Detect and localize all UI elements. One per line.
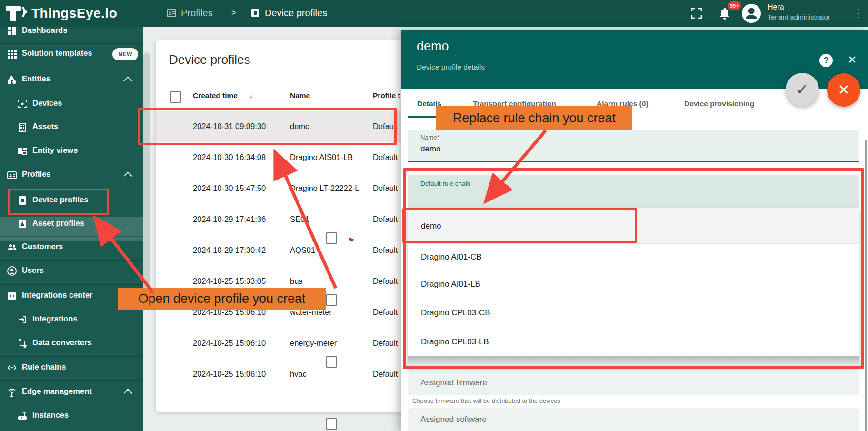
cell-profile-type: Default [373,266,398,297]
sidebar-item-label: Customers [22,242,63,251]
sidebar-item-solution-templates[interactable]: Solution templates NEW [0,42,143,66]
assigned-software-label: Assigned software [420,415,487,424]
app-header: ThingsEye.io Profiles > Device profiles [0,0,868,27]
select-all-checkbox[interactable] [170,91,181,103]
sidebar-item-rule-chains[interactable]: Rule chains [0,356,143,380]
column-header-name[interactable]: Name [290,91,310,100]
table-row[interactable]: 2024-10-29 17:41:36 SE01 Default [156,204,409,235]
entities-icon [7,74,17,85]
nav-scrollbar[interactable] [143,52,150,293]
cancel-changes-button[interactable]: ✕ [827,73,860,107]
sidebar-item-data-converters[interactable]: Data converters [0,332,143,356]
sort-desc-icon[interactable]: ↓ [249,91,253,100]
fullscreen-icon[interactable] [690,7,703,21]
thingseye-app: ThingsEye.io Profiles > Device profiles [0,0,868,431]
table-row[interactable]: 2024-10-30 16:34:08 Dragino AIS01-LB Def… [156,142,409,173]
cell-name: SE01 [290,204,309,235]
close-icon[interactable]: × [848,52,857,67]
annotation-rect-demo-option [402,208,637,243]
instances-icon [17,411,28,421]
sidebar-item-label: Solution templates [22,49,92,58]
annotation-rect-rule-chain-section [403,168,864,369]
cell-name: Dragino LT-22222-L [290,173,359,204]
sidebar-item-entities[interactable]: Entities [0,68,143,92]
sidebar-item-label: Integrations center [22,291,93,300]
table-row[interactable]: 2024-10-29 17:30:42 AQS01 Default [156,235,409,266]
cell-name: hvac [290,359,307,390]
column-header-profile-type[interactable]: Profile t [373,91,400,100]
integrations-icon [17,314,28,325]
customers-icon [7,242,17,252]
drawer-subtitle: Device profile details [417,63,485,71]
sidebar-item-customers[interactable]: Customers [0,236,143,260]
notifications-count-badge: 99+ [727,0,742,11]
user-name: Hera [768,3,784,11]
cell-profile-type: Default [373,235,398,266]
chevron-up-icon [123,389,132,397]
help-icon[interactable]: ? [819,54,833,67]
tab-device-provisioning[interactable]: Device provisioning [684,89,754,118]
sidebar-item-profiles[interactable]: Profiles [0,163,143,187]
table-row[interactable]: 2024-10-25 15:06:10 energy-meter Default [156,328,409,359]
sidebar-item-assets[interactable]: Assets [0,116,143,140]
edge-management-icon [7,387,17,397]
rule-chains-icon [7,362,17,373]
sidebar-item-devices[interactable]: Devices [0,92,143,116]
avatar[interactable] [742,4,761,25]
cell-profile-type: Default [373,359,398,390]
assigned-software-field[interactable]: Assigned software [408,408,859,431]
sidebar-item-instances[interactable]: Instances [0,404,143,428]
sidebar-item-users[interactable]: Users [0,260,143,283]
device-profiles-breadcrumb-icon [249,7,261,20]
drawer-scrollbar[interactable] [865,140,867,431]
integrations-center-icon [7,291,17,301]
row-checkbox[interactable] [326,418,337,430]
sidebar-item-asset-profiles[interactable]: Asset profiles [0,212,143,236]
annotation-rect-sidebar-device-profiles [8,189,109,215]
sidebar-item-edge-management[interactable]: Edge management [0,381,143,404]
sidebar-item-label: Data converters [32,338,92,347]
sidebar-item-label: Profiles [22,170,51,179]
kebab-menu-icon[interactable]: ⋮ [852,6,864,20]
solution-templates-icon [7,49,17,59]
cell-profile-type: Default [373,204,398,235]
cell-name: energy-meter [290,328,337,359]
data-converters-icon [17,338,28,349]
logo-text: ThingsEye.io [31,6,117,21]
sidebar-nav: Dashboards Solution templates NEW Entiti… [0,27,143,431]
sidebar-item-label: Instances [32,411,69,420]
cell-profile-type: Default [373,297,398,328]
cell-created-time: 2024-10-29 17:30:42 [193,235,266,266]
drawer-title: demo [417,39,449,54]
annotation-rect-demo-row [138,108,397,145]
name-field[interactable]: Name* demo [408,130,859,162]
assigned-firmware-label: Assigned firmware [420,378,487,388]
table-row[interactable]: 2024-10-25 15:06:10 hvac Default [156,359,409,390]
sidebar-item-label: Integrations [32,314,77,323]
column-header-created-time[interactable]: Created time [193,91,238,100]
x-icon: ✕ [838,82,849,98]
table-row[interactable]: 2024-10-30 15:47:50 Dragino LT-22222-L D… [156,173,409,204]
sidebar-item-label: Entities [22,74,50,83]
breadcrumb-profiles[interactable]: Profiles [181,8,213,19]
cell-created-time: 2024-10-25 15:06:10 [193,359,266,390]
apply-changes-button[interactable]: ✓ [786,73,819,106]
cell-name: AQS01 [290,235,315,266]
sidebar-item-integrations[interactable]: Integrations [0,308,143,332]
sidebar-item-entity-views[interactable]: Entity views [0,140,143,163]
thingseye-logo-icon[interactable] [6,4,29,26]
sidebar-item-label: Edge management [22,387,92,396]
assigned-firmware-field[interactable]: Assigned firmware [408,371,859,395]
devices-icon [17,99,28,109]
assets-icon [17,122,28,132]
annotation-replace-rule-chain: Replace rule chain you creat [436,106,632,130]
cell-created-time: 2024-10-25 15:06:10 [193,328,266,359]
cell-created-time: 2024-10-30 15:47:50 [193,173,266,204]
sidebar-item-label: Assets [32,122,58,131]
profiles-icon [7,170,17,180]
cell-profile-type: Default [373,328,398,359]
new-badge: NEW [112,48,138,60]
cell-profile-type: Default [373,142,398,173]
annotation-open-device-profile: Open device profile you creat [118,288,326,310]
breadcrumb-device-profiles[interactable]: Device profiles [265,8,327,19]
